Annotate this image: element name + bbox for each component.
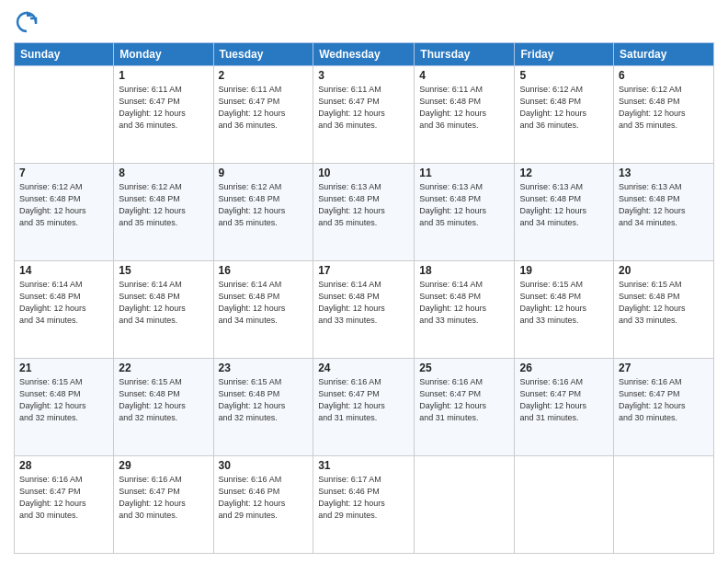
- calendar-header-friday: Friday: [515, 43, 614, 66]
- calendar-cell: 1Sunrise: 6:11 AM Sunset: 6:47 PM Daylig…: [114, 66, 213, 164]
- calendar-cell: 10Sunrise: 6:13 AM Sunset: 6:48 PM Dayli…: [313, 164, 415, 261]
- calendar-week-2: 7Sunrise: 6:12 AM Sunset: 6:48 PM Daylig…: [15, 164, 714, 261]
- calendar-cell: [15, 66, 114, 164]
- calendar-cell: 28Sunrise: 6:16 AM Sunset: 6:47 PM Dayli…: [15, 456, 114, 554]
- calendar-cell: 24Sunrise: 6:16 AM Sunset: 6:47 PM Dayli…: [313, 359, 415, 456]
- calendar-cell: 12Sunrise: 6:13 AM Sunset: 6:48 PM Dayli…: [515, 164, 614, 261]
- day-info: Sunrise: 6:11 AM Sunset: 6:47 PM Dayligh…: [119, 84, 208, 132]
- day-number: 30: [219, 459, 309, 472]
- calendar-cell: 8Sunrise: 6:12 AM Sunset: 6:48 PM Daylig…: [114, 164, 213, 261]
- calendar-cell: 25Sunrise: 6:16 AM Sunset: 6:47 PM Dayli…: [415, 359, 515, 456]
- day-info: Sunrise: 6:11 AM Sunset: 6:47 PM Dayligh…: [219, 84, 309, 132]
- day-info: Sunrise: 6:17 AM Sunset: 6:46 PM Dayligh…: [318, 474, 409, 522]
- day-number: 9: [219, 167, 309, 179]
- day-number: 4: [419, 69, 509, 82]
- calendar-header-tuesday: Tuesday: [213, 43, 313, 66]
- day-info: Sunrise: 6:16 AM Sunset: 6:47 PM Dayligh…: [619, 376, 709, 424]
- calendar-cell: [415, 456, 515, 554]
- day-number: 22: [119, 362, 208, 374]
- day-number: 11: [419, 167, 509, 179]
- calendar-cell: 11Sunrise: 6:13 AM Sunset: 6:48 PM Dayli…: [415, 164, 515, 261]
- day-number: 29: [119, 459, 208, 472]
- calendar-header-thursday: Thursday: [415, 43, 515, 66]
- calendar-table: SundayMondayTuesdayWednesdayThursdayFrid…: [14, 42, 714, 554]
- day-number: 25: [419, 362, 509, 374]
- calendar-cell: 6Sunrise: 6:12 AM Sunset: 6:48 PM Daylig…: [614, 66, 714, 164]
- day-number: 21: [19, 362, 108, 374]
- day-info: Sunrise: 6:12 AM Sunset: 6:48 PM Dayligh…: [519, 84, 609, 132]
- calendar-cell: 4Sunrise: 6:11 AM Sunset: 6:48 PM Daylig…: [415, 66, 515, 164]
- day-info: Sunrise: 6:15 AM Sunset: 6:48 PM Dayligh…: [19, 376, 108, 424]
- logo-icon: [14, 9, 40, 35]
- day-info: Sunrise: 6:12 AM Sunset: 6:48 PM Dayligh…: [619, 84, 709, 132]
- day-info: Sunrise: 6:16 AM Sunset: 6:47 PM Dayligh…: [19, 474, 108, 522]
- day-info: Sunrise: 6:15 AM Sunset: 6:48 PM Dayligh…: [519, 279, 609, 327]
- calendar-cell: 3Sunrise: 6:11 AM Sunset: 6:47 PM Daylig…: [313, 66, 415, 164]
- day-info: Sunrise: 6:12 AM Sunset: 6:48 PM Dayligh…: [19, 181, 108, 229]
- calendar-cell: 14Sunrise: 6:14 AM Sunset: 6:48 PM Dayli…: [15, 261, 114, 359]
- calendar-header-wednesday: Wednesday: [313, 43, 415, 66]
- calendar-cell: 21Sunrise: 6:15 AM Sunset: 6:48 PM Dayli…: [15, 359, 114, 456]
- day-number: 17: [318, 264, 409, 277]
- day-info: Sunrise: 6:14 AM Sunset: 6:48 PM Dayligh…: [119, 279, 208, 327]
- calendar-cell: 17Sunrise: 6:14 AM Sunset: 6:48 PM Dayli…: [313, 261, 415, 359]
- day-info: Sunrise: 6:16 AM Sunset: 6:47 PM Dayligh…: [318, 376, 409, 424]
- calendar-cell: 31Sunrise: 6:17 AM Sunset: 6:46 PM Dayli…: [313, 456, 415, 554]
- calendar-cell: [614, 456, 714, 554]
- calendar-cell: [515, 456, 614, 554]
- day-info: Sunrise: 6:13 AM Sunset: 6:48 PM Dayligh…: [619, 181, 709, 229]
- calendar-cell: 30Sunrise: 6:16 AM Sunset: 6:46 PM Dayli…: [213, 456, 313, 554]
- day-number: 13: [619, 167, 709, 179]
- day-info: Sunrise: 6:14 AM Sunset: 6:48 PM Dayligh…: [419, 279, 509, 327]
- calendar-header-sunday: Sunday: [15, 43, 114, 66]
- calendar-cell: 15Sunrise: 6:14 AM Sunset: 6:48 PM Dayli…: [114, 261, 213, 359]
- day-info: Sunrise: 6:16 AM Sunset: 6:47 PM Dayligh…: [119, 474, 208, 522]
- day-number: 23: [219, 362, 309, 374]
- day-number: 10: [318, 167, 409, 179]
- day-number: 8: [119, 167, 208, 179]
- day-number: 12: [519, 167, 609, 179]
- calendar-week-4: 21Sunrise: 6:15 AM Sunset: 6:48 PM Dayli…: [15, 359, 714, 456]
- day-number: 6: [619, 69, 709, 82]
- day-info: Sunrise: 6:16 AM Sunset: 6:46 PM Dayligh…: [219, 474, 309, 522]
- calendar-cell: 29Sunrise: 6:16 AM Sunset: 6:47 PM Dayli…: [114, 456, 213, 554]
- calendar-cell: 7Sunrise: 6:12 AM Sunset: 6:48 PM Daylig…: [15, 164, 114, 261]
- day-number: 1: [119, 69, 208, 82]
- day-info: Sunrise: 6:11 AM Sunset: 6:48 PM Dayligh…: [419, 84, 509, 132]
- day-info: Sunrise: 6:14 AM Sunset: 6:48 PM Dayligh…: [318, 279, 409, 327]
- calendar-cell: 20Sunrise: 6:15 AM Sunset: 6:48 PM Dayli…: [614, 261, 714, 359]
- calendar-cell: 13Sunrise: 6:13 AM Sunset: 6:48 PM Dayli…: [614, 164, 714, 261]
- logo: [14, 9, 43, 35]
- day-number: 7: [19, 167, 108, 179]
- day-info: Sunrise: 6:14 AM Sunset: 6:48 PM Dayligh…: [219, 279, 309, 327]
- day-info: Sunrise: 6:14 AM Sunset: 6:48 PM Dayligh…: [19, 279, 108, 327]
- calendar-week-3: 14Sunrise: 6:14 AM Sunset: 6:48 PM Dayli…: [15, 261, 714, 359]
- day-number: 28: [19, 459, 108, 472]
- day-info: Sunrise: 6:15 AM Sunset: 6:48 PM Dayligh…: [119, 376, 208, 424]
- calendar-cell: 19Sunrise: 6:15 AM Sunset: 6:48 PM Dayli…: [515, 261, 614, 359]
- page: SundayMondayTuesdayWednesdayThursdayFrid…: [0, 0, 728, 563]
- day-number: 15: [119, 264, 208, 277]
- day-info: Sunrise: 6:12 AM Sunset: 6:48 PM Dayligh…: [119, 181, 208, 229]
- calendar-cell: 9Sunrise: 6:12 AM Sunset: 6:48 PM Daylig…: [213, 164, 313, 261]
- day-number: 5: [519, 69, 609, 82]
- calendar-week-1: 1Sunrise: 6:11 AM Sunset: 6:47 PM Daylig…: [15, 66, 714, 164]
- day-number: 3: [318, 69, 409, 82]
- day-info: Sunrise: 6:15 AM Sunset: 6:48 PM Dayligh…: [219, 376, 309, 424]
- day-number: 14: [19, 264, 108, 277]
- day-number: 2: [219, 69, 309, 82]
- day-number: 26: [519, 362, 609, 374]
- calendar-cell: 5Sunrise: 6:12 AM Sunset: 6:48 PM Daylig…: [515, 66, 614, 164]
- calendar-header-saturday: Saturday: [614, 43, 714, 66]
- calendar-cell: 16Sunrise: 6:14 AM Sunset: 6:48 PM Dayli…: [213, 261, 313, 359]
- calendar-cell: 23Sunrise: 6:15 AM Sunset: 6:48 PM Dayli…: [213, 359, 313, 456]
- day-info: Sunrise: 6:12 AM Sunset: 6:48 PM Dayligh…: [219, 181, 309, 229]
- day-number: 24: [318, 362, 409, 374]
- day-info: Sunrise: 6:13 AM Sunset: 6:48 PM Dayligh…: [419, 181, 509, 229]
- day-number: 20: [619, 264, 709, 277]
- header: [14, 9, 714, 35]
- day-info: Sunrise: 6:13 AM Sunset: 6:48 PM Dayligh…: [519, 181, 609, 229]
- calendar-header-monday: Monday: [114, 43, 213, 66]
- day-number: 19: [519, 264, 609, 277]
- calendar-cell: 2Sunrise: 6:11 AM Sunset: 6:47 PM Daylig…: [213, 66, 313, 164]
